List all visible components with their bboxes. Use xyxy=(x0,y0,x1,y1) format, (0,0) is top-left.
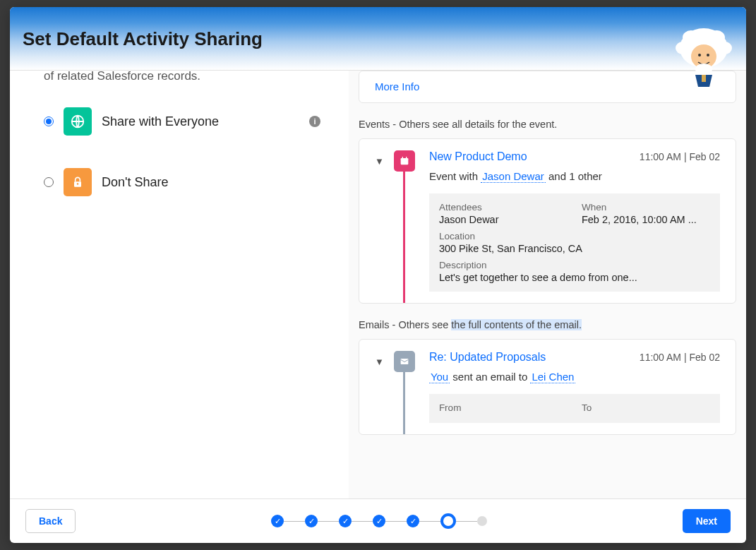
next-button[interactable]: Next xyxy=(683,509,731,533)
right-panel: More Info Events - Others see all detail… xyxy=(349,71,746,498)
step-4-complete[interactable]: ✓ xyxy=(373,515,385,527)
email-details: From To xyxy=(429,394,720,423)
option-label-share: Share with Everyone xyxy=(102,114,299,129)
timeline-line xyxy=(403,172,405,303)
chevron-down-icon[interactable]: ▼ xyxy=(375,357,384,367)
event-title-link[interactable]: New Product Demo xyxy=(429,150,527,163)
to-label: To xyxy=(582,402,710,413)
description-value: Let's get together to see a demo from on… xyxy=(439,272,710,283)
svg-point-8 xyxy=(695,64,712,75)
svg-rect-9 xyxy=(702,75,706,82)
location-value: 300 Pike St, San Francisco, CA xyxy=(439,243,710,254)
person-link-lei[interactable]: Lei Chen xyxy=(530,371,575,383)
more-info-link[interactable]: More Info xyxy=(375,80,419,92)
modal-title: Set Default Activity Sharing xyxy=(23,28,733,50)
step-3-complete[interactable]: ✓ xyxy=(339,515,352,527)
email-title-link[interactable]: Re: Updated Proposals xyxy=(429,351,546,364)
chevron-down-icon[interactable]: ▼ xyxy=(375,156,384,167)
lock-icon xyxy=(64,168,92,196)
modal-dialog: Set Default Activity Sharing of related … xyxy=(10,7,746,543)
back-button[interactable]: Back xyxy=(25,509,76,533)
event-timestamp: 11:00 AM | Feb 02 xyxy=(640,151,720,162)
calendar-icon xyxy=(394,150,415,172)
email-timestamp: 11:00 AM | Feb 02 xyxy=(640,352,720,363)
modal-body: of related Salesforce records. Share wit… xyxy=(10,71,746,498)
progress-stepper: ✓ ✓ ✓ ✓ ✓ xyxy=(271,513,487,529)
step-6-current[interactable] xyxy=(440,513,456,529)
from-label: From xyxy=(439,402,568,413)
svg-rect-14 xyxy=(401,158,409,160)
step-1-complete[interactable]: ✓ xyxy=(271,515,284,527)
events-section-label: Events - Others see all details for the … xyxy=(359,119,736,130)
email-subtitle: You sent an email to Lei Chen xyxy=(429,371,720,383)
timeline-line xyxy=(403,372,405,434)
email-preview-card: ▼ Re: Updated xyxy=(359,339,736,435)
event-subtitle: Event with Jason Dewar and 1 other xyxy=(429,170,720,182)
when-value: Feb 2, 2016, 10:00 AM ... xyxy=(582,214,710,225)
info-icon[interactable]: i xyxy=(309,116,320,127)
svg-point-4 xyxy=(718,42,732,54)
step-5-complete[interactable]: ✓ xyxy=(407,515,419,527)
modal-header: Set Default Activity Sharing xyxy=(10,7,746,71)
when-label: When xyxy=(582,202,710,213)
globe-icon xyxy=(64,107,92,136)
left-panel: of related Salesforce records. Share wit… xyxy=(10,71,349,498)
svg-point-12 xyxy=(77,183,79,185)
svg-point-7 xyxy=(707,54,709,56)
modal-footer: Back ✓ ✓ ✓ ✓ ✓ Next xyxy=(10,498,746,543)
step-2-complete[interactable]: ✓ xyxy=(305,515,318,527)
option-dont-share[interactable]: Don't Share xyxy=(44,168,320,196)
einstein-mascot-icon xyxy=(668,20,739,90)
step-7-upcoming[interactable] xyxy=(477,516,487,526)
attendees-label: Attendees xyxy=(439,202,568,213)
email-icon xyxy=(394,351,415,372)
event-details: Attendees Jason Dewar When Feb 2, 2016, … xyxy=(429,193,720,292)
location-label: Location xyxy=(439,231,710,241)
svg-point-3 xyxy=(676,42,690,54)
description-label: Description xyxy=(439,260,710,270)
option-label-private: Don't Share xyxy=(102,175,320,190)
intro-text: of related Salesforce records. xyxy=(44,71,320,83)
radio-dont-share[interactable] xyxy=(44,177,54,187)
radio-share-everyone[interactable] xyxy=(44,116,54,126)
attendees-value: Jason Dewar xyxy=(439,214,568,225)
preview-scroll[interactable]: More Info Events - Others see all detail… xyxy=(349,71,746,498)
option-share-everyone[interactable]: Share with Everyone i xyxy=(44,107,320,136)
emails-section-label: Emails - Others see the full contents of… xyxy=(359,319,736,330)
svg-point-6 xyxy=(698,54,701,56)
event-preview-card: ▼ xyxy=(359,138,736,304)
person-link-jason[interactable]: Jason Dewar xyxy=(481,170,546,183)
svg-rect-17 xyxy=(401,359,409,364)
person-link-you[interactable]: You xyxy=(429,371,450,383)
